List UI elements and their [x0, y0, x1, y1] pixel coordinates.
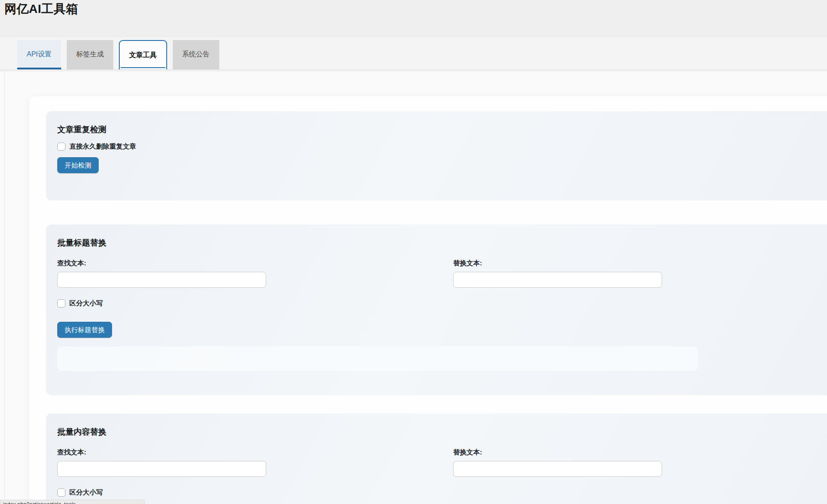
execute-title-replace-button[interactable]: 执行标题替换 [57, 322, 112, 338]
content-replace-card: 批量内容替换 查找文本: 替换文本: 区分大小写 [46, 414, 827, 504]
delete-duplicates-label: 直接永久删除重复文章 [69, 142, 136, 151]
replace-text-field: 替换文本: [453, 448, 827, 477]
tab-api-settings[interactable]: API设置 [17, 40, 61, 69]
start-detection-button[interactable]: 开始检测 [57, 157, 99, 173]
title-case-sensitive-checkbox[interactable] [57, 299, 65, 308]
title-case-sensitive-label: 区分大小写 [69, 299, 103, 308]
delete-duplicates-row: 直接永久删除重复文章 [57, 142, 827, 151]
replace-text-label: 替换文本: [453, 448, 827, 457]
page-header: 网亿AI工具箱 [0, 0, 827, 37]
content-case-sensitive-label: 区分大小写 [69, 488, 103, 497]
left-edge-divider [4, 72, 5, 504]
title-find-input[interactable] [57, 272, 266, 288]
title-replace-result-panel [57, 346, 698, 371]
status-bar-text: index.php?action=article_tools [3, 501, 76, 504]
replace-text-field: 替换文本: [453, 259, 827, 288]
duplicate-detection-card: 文章重复检测 直接永久删除重复文章 开始检测 [46, 111, 827, 200]
title-replace-card: 批量标题替换 查找文本: 替换文本: 区分大小写 执行标题替换 [46, 224, 827, 395]
content-panel: 文章重复检测 直接永久删除重复文章 开始检测 批量标题替换 查找文本: 替换文本… [29, 96, 827, 504]
title-replace-title: 批量标题替换 [57, 237, 827, 249]
tab-article-tools[interactable]: 文章工具 [119, 40, 167, 69]
replace-text-label: 替换文本: [453, 259, 827, 268]
content-case-sensitive-checkbox[interactable] [57, 488, 65, 497]
duplicate-detection-title: 文章重复检测 [57, 124, 827, 135]
title-case-sensitive-row: 区分大小写 [57, 299, 827, 308]
content-find-input[interactable] [57, 461, 266, 477]
content-replace-title: 批量内容替换 [57, 426, 827, 438]
tab-bar: API设置 标签生成 文章工具 系统公告 [0, 37, 827, 70]
status-bar: index.php?action=article_tools [0, 500, 145, 504]
title-replace-input[interactable] [453, 272, 662, 288]
title-replace-fields: 查找文本: 替换文本: [57, 259, 827, 288]
content-replace-input[interactable] [453, 461, 662, 477]
delete-duplicates-checkbox[interactable] [57, 143, 65, 151]
content-case-sensitive-row: 区分大小写 [57, 488, 827, 497]
find-text-field: 查找文本: [57, 448, 453, 477]
tab-tag-generation[interactable]: 标签生成 [67, 40, 113, 69]
content-replace-fields: 查找文本: 替换文本: [57, 448, 827, 477]
find-text-label: 查找文本: [57, 448, 453, 457]
content-area: 文章重复检测 直接永久删除重复文章 开始检测 批量标题替换 查找文本: 替换文本… [0, 72, 827, 504]
app-title: 网亿AI工具箱 [4, 1, 827, 17]
find-text-label: 查找文本: [57, 259, 453, 268]
tab-system-announcement[interactable]: 系统公告 [173, 40, 219, 69]
find-text-field: 查找文本: [57, 259, 453, 288]
